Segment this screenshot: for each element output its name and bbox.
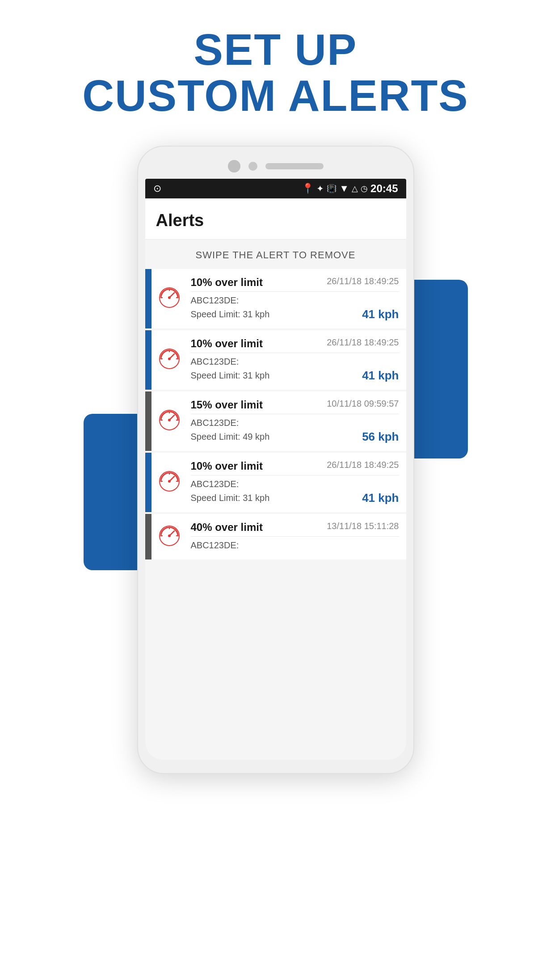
alert-icon-area xyxy=(151,453,187,512)
alert-bar xyxy=(145,269,151,328)
alert-divider xyxy=(191,536,399,537)
signal-icon: △ xyxy=(352,184,358,193)
wifi-icon: ▼ xyxy=(339,183,349,194)
alert-bottom-row: Speed Limit: 31 kph 41 kph xyxy=(191,369,399,383)
app-header: Alerts xyxy=(145,198,406,240)
bluetooth-icon: ✦ xyxy=(316,183,324,194)
alert-top-row: 10% over limit 26/11/18 18:49:25 xyxy=(191,276,399,289)
alert-top-row: 40% over limit 13/11/18 15:11:28 xyxy=(191,521,399,534)
alert-item[interactable]: 10% over limit 26/11/18 18:49:25 ABC123D… xyxy=(145,330,406,390)
alert-speed-limit: Speed Limit: 31 kph xyxy=(191,493,270,503)
alert-datetime: 10/11/18 09:59:57 xyxy=(327,399,399,409)
alert-top-row: 10% over limit 26/11/18 18:49:25 xyxy=(191,337,399,350)
svg-point-17 xyxy=(168,419,171,421)
hero-title: SET UP CUSTOM ALERTS xyxy=(82,27,468,119)
speedometer-icon xyxy=(157,408,181,434)
alert-item[interactable]: 40% over limit 13/11/18 15:11:28 ABC123D… xyxy=(145,514,406,559)
app-title: Alerts xyxy=(156,211,395,230)
speedometer-icon xyxy=(157,524,181,550)
alert-speed-limit: Speed Limit: 31 kph xyxy=(191,370,270,381)
status-right: 📍 ✦ 📳 ▼ △ ◷ 20:45 xyxy=(302,182,398,195)
alert-datetime: 26/11/18 18:49:25 xyxy=(327,337,399,348)
alert-item[interactable]: 10% over limit 26/11/18 18:49:25 ABC123D… xyxy=(145,453,406,512)
alert-datetime: 26/11/18 18:49:25 xyxy=(327,276,399,286)
alert-vehicle: ABC123DE: xyxy=(191,540,399,551)
alert-divider xyxy=(191,414,399,414)
alert-bar xyxy=(145,330,151,390)
alert-icon-area xyxy=(151,269,187,328)
alert-content: 15% over limit 10/11/18 09:59:57 ABC123D… xyxy=(187,391,406,451)
alert-vehicle: ABC123DE: xyxy=(191,357,399,367)
alert-title: 10% over limit xyxy=(191,460,263,472)
alert-content: 10% over limit 26/11/18 18:49:25 ABC123D… xyxy=(187,269,406,328)
status-bar: ⊙ 📍 ✦ 📳 ▼ △ ◷ 20:45 xyxy=(145,179,406,198)
alert-item[interactable]: 15% over limit 10/11/18 09:59:57 ABC123D… xyxy=(145,391,406,451)
alert-speed-value: 41 kph xyxy=(362,369,399,383)
alert-title: 10% over limit xyxy=(191,276,263,289)
alerts-list: 10% over limit 26/11/18 18:49:25 ABC123D… xyxy=(145,269,406,559)
alert-speed-value: 41 kph xyxy=(362,491,399,505)
svg-point-29 xyxy=(168,534,171,537)
alert-icon-area xyxy=(151,330,187,390)
svg-point-5 xyxy=(168,296,171,299)
alert-content: 40% over limit 13/11/18 15:11:28 ABC123D… xyxy=(187,514,406,559)
status-time: 20:45 xyxy=(370,182,398,195)
alert-bottom-row: Speed Limit: 31 kph 41 kph xyxy=(191,491,399,505)
speedometer-icon xyxy=(157,347,181,373)
alert-divider xyxy=(191,291,399,292)
alert-title: 10% over limit xyxy=(191,337,263,350)
alert-speed-limit: Speed Limit: 31 kph xyxy=(191,309,270,320)
svg-point-23 xyxy=(168,480,171,483)
alert-bar xyxy=(145,391,151,451)
alarm-icon: ◷ xyxy=(361,184,368,193)
phone-frame: ⊙ 📍 ✦ 📳 ▼ △ ◷ 20:45 xyxy=(137,146,414,774)
alert-divider xyxy=(191,475,399,475)
speedometer-icon xyxy=(157,286,181,311)
alert-top-row: 10% over limit 26/11/18 18:49:25 xyxy=(191,460,399,472)
alert-divider xyxy=(191,353,399,353)
alert-title: 40% over limit xyxy=(191,521,263,534)
alert-content: 10% over limit 26/11/18 18:49:25 ABC123D… xyxy=(187,453,406,512)
alert-icon-area xyxy=(151,514,187,559)
speaker-bar xyxy=(265,163,324,169)
alert-item[interactable]: 10% over limit 26/11/18 18:49:25 ABC123D… xyxy=(145,269,406,328)
camera-dot xyxy=(228,160,240,172)
alert-bar xyxy=(145,514,151,559)
alert-datetime: 13/11/18 15:11:28 xyxy=(327,521,399,531)
alert-vehicle: ABC123DE: xyxy=(191,295,399,306)
alert-content: 10% over limit 26/11/18 18:49:25 ABC123D… xyxy=(187,330,406,390)
phone-top-bar xyxy=(145,156,406,179)
alert-speed-value: 41 kph xyxy=(362,307,399,321)
vibrate-icon: 📳 xyxy=(327,184,336,193)
alert-bottom-row: Speed Limit: 31 kph 41 kph xyxy=(191,307,399,321)
alert-bottom-row: Speed Limit: 49 kph 56 kph xyxy=(191,430,399,444)
alert-vehicle: ABC123DE: xyxy=(191,479,399,489)
phone-mockup: ⊙ 📍 ✦ 📳 ▼ △ ◷ 20:45 xyxy=(128,146,423,816)
hero-line2: CUSTOM ALERTS xyxy=(82,73,468,119)
camera-dot-small xyxy=(248,162,257,171)
alert-datetime: 26/11/18 18:49:25 xyxy=(327,460,399,470)
alert-title: 15% over limit xyxy=(191,399,263,411)
alert-speed-limit: Speed Limit: 49 kph xyxy=(191,432,270,442)
location-icon: 📍 xyxy=(302,183,314,194)
alert-bar xyxy=(145,453,151,512)
status-left: ⊙ xyxy=(153,183,161,194)
screen: ⊙ 📍 ✦ 📳 ▼ △ ◷ 20:45 xyxy=(145,179,406,760)
alert-vehicle: ABC123DE: xyxy=(191,418,399,428)
swipe-hint: SWIPE THE ALERT TO REMOVE xyxy=(145,240,406,269)
alert-speed-value: 56 kph xyxy=(362,430,399,444)
svg-point-11 xyxy=(168,358,171,360)
hero-line1: SET UP xyxy=(82,27,468,73)
alert-icon-area xyxy=(151,391,187,451)
record-icon: ⊙ xyxy=(153,183,161,194)
speedometer-icon xyxy=(157,469,181,495)
alert-top-row: 15% over limit 10/11/18 09:59:57 xyxy=(191,399,399,411)
